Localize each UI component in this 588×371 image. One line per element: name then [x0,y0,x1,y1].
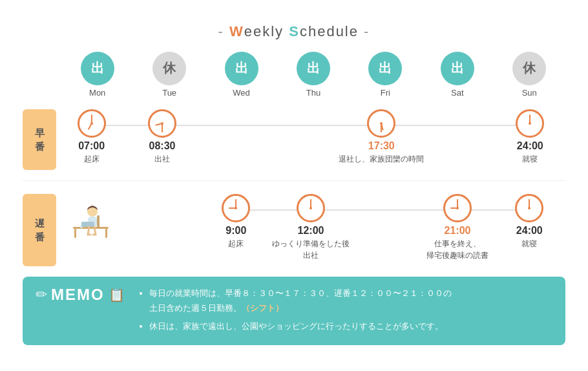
event-0700: 起床 [84,153,100,165]
clock-0700 [78,109,106,138]
clock-0900 [222,194,250,222]
time-2100: 21:00 [445,225,471,237]
day-header-row: 出 Mon 休 Tue 出 Wed 出 Thu 出 Fri 出 Sat 休 Su… [61,52,565,98]
osaban-item-1200: 12:00 ゆっくり準備をした後出社 [272,194,350,261]
memo-icons: ✏ MEMO 📋 [36,286,125,304]
day-badge-fri: 出 [368,52,402,85]
day-label-tue: Tue [162,88,176,98]
event-1730: 退社し、家族団欒の時間 [339,153,424,165]
day-label-sun: Sun [522,88,537,98]
osaban-section: 遅番 [23,189,565,266]
svg-rect-6 [97,215,100,228]
day-badge-sat: 出 [441,52,474,85]
day-col-fri: 出 Fri [350,52,421,98]
time-2400-hayaban: 24:00 [517,140,543,152]
time-0830: 08:30 [149,140,176,152]
memo-doc-icon: 📋 [109,287,125,302]
day-col-sat: 出 Sat [421,52,493,98]
title-weekly: eekly [244,23,289,39]
day-badge-thu: 出 [297,52,330,85]
time-1200: 12:00 [298,225,324,237]
memo-shift-label: （シフト） [242,303,284,313]
event-2400-hayaban: 就寝 [522,153,538,165]
time-0700: 07:00 [78,140,105,152]
title-prefix: - [218,23,229,39]
time-0900: 9:00 [226,225,246,237]
title-w: W [229,23,244,39]
memo-item-1: 休日は、家族で遠出し、公園やショッピングに行ったりすることが多いです。 [149,319,452,334]
clock-1730 [367,109,395,138]
event-1200: ゆっくり準備をした後出社 [272,238,350,261]
day-col-thu: 出 Thu [277,52,349,98]
day-col-sun: 休 Sun [494,52,565,98]
day-label-fri: Fri [381,88,390,98]
clock-2100 [443,194,472,222]
svg-rect-1 [74,229,76,238]
memo-item-0: 毎日の就業時間は、早番８：３０〜１７：３０、遅番１２：００〜２１：００の土日含め… [149,286,452,316]
svg-rect-5 [81,222,94,227]
osaban-item-2100: 21:00 仕事を終え、帰宅後趣味の読書 [421,194,493,261]
osaban-label: 遅番 [23,194,56,266]
event-0830: 出社 [154,153,170,165]
svg-rect-0 [73,227,109,229]
day-label-sat: Sat [451,88,464,98]
day-col-mon: 出 Mon [61,52,133,98]
day-badge-mon: 出 [81,52,114,85]
hayaban-item-1730: 17:30 退社し、家族団欒の時間 [339,109,424,165]
title-suffix: - [359,23,370,39]
memo-content: 毎日の就業時間は、早番８：３０〜１７：３０、遅番１２：００〜２１：００の土日含め… [138,286,452,336]
event-0900: 起床 [228,238,244,249]
osaban-item-0900: 9:00 起床 [200,194,272,249]
person-desk-icon [70,197,115,242]
section-divider [23,180,565,181]
day-label-thu: Thu [306,88,320,98]
day-label-wed: Wed [233,88,250,98]
day-badge-tue: 休 [152,52,186,85]
hayaban-section: 早番 07:00 起床 [23,104,565,170]
event-2400-osaban: 就寝 [521,238,537,249]
svg-rect-2 [105,229,107,238]
title-schedule: chedule [300,23,359,39]
memo-list: 毎日の就業時間は、早番８：３０〜１７：３０、遅番１２：００〜２１：００の土日含め… [138,286,452,334]
hayaban-item-0700: 07:00 起床 [56,109,127,165]
day-col-tue: 休 Tue [133,52,205,98]
memo-section: ✏ MEMO 📋 毎日の就業時間は、早番８：３０〜１７：３０、遅番１２：００〜２… [23,277,565,345]
memo-pencil-icon: ✏ [36,286,47,303]
day-col-wed: 出 Wed [205,52,277,98]
time-2400-osaban: 24:00 [516,225,543,237]
clock-1200 [297,194,325,222]
page-title: - Weekly Schedule - [23,23,565,40]
hayaban-row: 07:00 起床 08:30 出社 [56,104,565,170]
osaban-item-2400: 24:00 就寝 [494,194,565,249]
memo-label-area: ✏ MEMO 📋 [36,286,125,304]
osaban-illustration-mon [56,194,128,246]
memo-text-label: MEMO [51,286,105,304]
hayaban-label: 早番 [23,109,56,170]
hayaban-item-0830: 08:30 出社 [127,109,197,165]
time-1730: 17:30 [368,140,395,152]
clock-2400-hayaban [516,109,544,138]
day-label-mon: Mon [89,88,105,98]
weekly-schedule-container: - Weekly Schedule - 出 Mon 休 Tue 出 Wed 出 … [10,13,578,358]
event-2100: 仕事を終え、帰宅後趣味の読書 [426,238,488,261]
clock-0830 [148,109,176,138]
hayaban-item-2400: 24:00 就寝 [495,109,565,165]
title-s: S [289,23,300,39]
day-badge-sun: 休 [512,52,546,85]
day-badge-wed: 出 [225,52,258,85]
osaban-row: 9:00 起床 12:00 ゆっくり準備をした後出社 [56,189,565,266]
clock-2400-osaban [515,194,543,222]
